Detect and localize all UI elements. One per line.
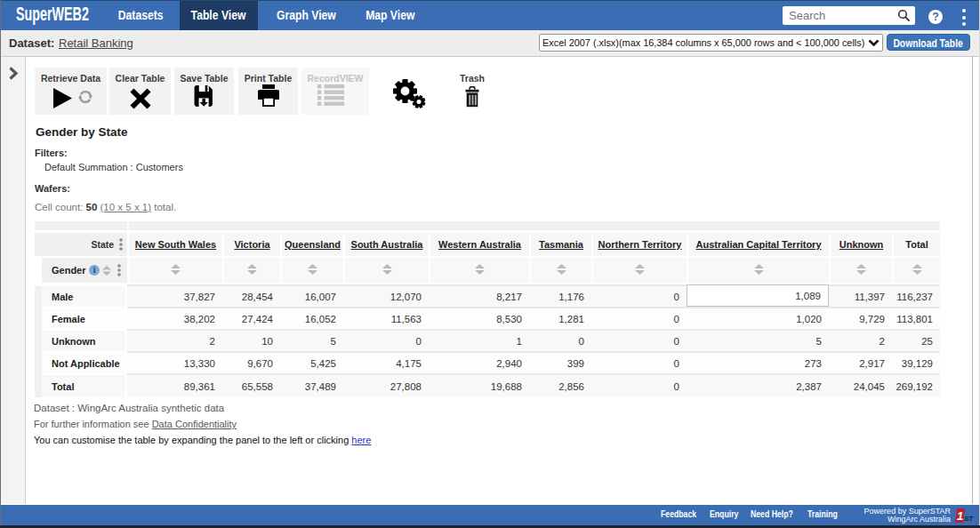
- svg-text:i: i: [92, 266, 95, 275]
